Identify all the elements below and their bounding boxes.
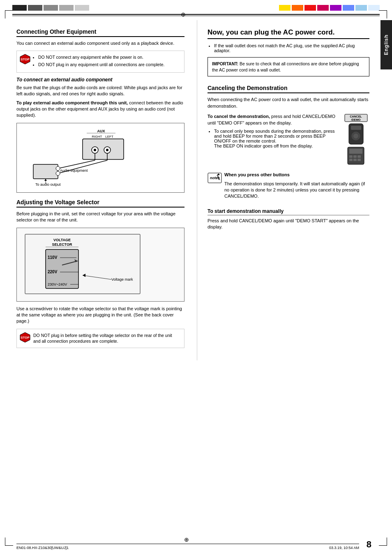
svg-text:STOP: STOP	[21, 58, 30, 61]
demo-bullet-1: To cancel only beep sounds during the de…	[214, 129, 339, 148]
section-title-demo: Canceling the Demonstration	[208, 85, 369, 93]
sub-title-connect-audio: To connect an external audio component	[16, 77, 184, 83]
connect-audio-bold: To play external audio component through…	[16, 100, 184, 119]
section-title-voltage: Adjusting the Voltage Selector	[16, 199, 184, 208]
crosshair-bottom: ⊕	[184, 536, 189, 543]
svg-point-10	[106, 149, 108, 151]
notes-section: notes When you press other buttons The d…	[208, 172, 369, 202]
section-title-connecting: Connecting Other Equipment	[16, 28, 184, 37]
svg-text:AUX: AUX	[97, 129, 105, 133]
left-column: Connecting Other Equipment You can conne…	[0, 20, 197, 360]
warning-list: DO NOT connect any equipment while the p…	[33, 54, 180, 67]
ac-bullets: If the wall outlet does not match the AC…	[208, 43, 369, 53]
stop-icon: STOP	[19, 53, 31, 65]
svg-rect-50	[353, 155, 357, 158]
section-title-ac: Now, you can plug the AC power cord.	[208, 28, 369, 39]
connect-audio-bold-text: To play external audio component through…	[16, 100, 128, 105]
english-tab: English	[380, 20, 392, 69]
warning-box-connecting: STOP DO NOT connect any equipment while …	[16, 51, 184, 72]
svg-line-13	[58, 160, 95, 168]
demo-instruction: To cancel the demonstration, press and h…	[208, 113, 339, 126]
voltage-para1: Use a screwdriver to rotate the voltage …	[16, 306, 184, 325]
svg-text:To audio output: To audio output	[35, 182, 61, 187]
svg-rect-51	[357, 155, 361, 158]
audio-diagram: AUX RIGHT LEFT	[16, 123, 184, 193]
svg-point-17	[56, 171, 60, 175]
reg-mark-tl	[5, 10, 13, 18]
important-box: IMPORTANT: Be sure to check that all con…	[208, 57, 369, 76]
svg-text:/DEMO: /DEMO	[351, 118, 361, 121]
svg-rect-53	[353, 159, 357, 161]
svg-rect-49	[349, 155, 353, 158]
demo-intro: When connecting the AC power cord to a w…	[208, 97, 369, 109]
voltage-warning-text: DO NOT plug in before setting the voltag…	[33, 333, 172, 344]
ac-bullet-1: If the wall outlet does not match the AC…	[214, 43, 369, 53]
footer-left: EN01-08.HX-Z10&30[UW&UJ]1	[16, 546, 69, 550]
svg-text:220V: 220V	[48, 270, 58, 274]
svg-rect-44	[351, 126, 361, 130]
stop-icon-voltage: STOP	[19, 332, 31, 343]
svg-text:STOP: STOP	[21, 336, 30, 339]
page-number: 8	[367, 539, 371, 550]
svg-text:Voltage mark: Voltage mark	[111, 277, 133, 281]
footer-right: 03.3.19, 10:54 AM	[329, 546, 359, 550]
svg-point-16	[56, 166, 60, 171]
demo-bold: To cancel the demonstration,	[208, 114, 270, 119]
reg-mark-tr	[379, 10, 387, 18]
svg-point-8	[94, 149, 96, 151]
crosshair-top: ⊕	[180, 12, 186, 17]
right-column: English Now, you can plug the AC power c…	[197, 20, 392, 360]
cancel-demo-device: CANCEL /DEMO	[343, 113, 369, 167]
notes-title: When you press other buttons	[224, 172, 369, 178]
svg-text:LEFT: LEFT	[105, 135, 113, 138]
svg-text:SELECTOR: SELECTOR	[52, 242, 72, 247]
warning-box-voltage: STOP DO NOT plug in before setting the v…	[16, 329, 184, 348]
connect-audio-para1: Be sure that the plugs of the audio cord…	[16, 85, 184, 97]
svg-text:230V~240V: 230V~240V	[48, 282, 67, 286]
connecting-intro: You can connect an external audio compon…	[16, 40, 184, 46]
svg-text:CANCEL: CANCEL	[350, 115, 362, 118]
svg-rect-6	[83, 139, 124, 159]
svg-rect-54	[357, 159, 361, 161]
svg-rect-15	[33, 164, 58, 179]
warning-item-1: DO NOT connect any equipment while the p…	[38, 54, 180, 60]
sub-title-demo-manual: To start demonstration manually	[208, 208, 369, 215]
svg-text:110V: 110V	[48, 255, 58, 260]
voltage-diagram: VOLTAGE SELECTOR 110V 220V 230V~240V	[16, 228, 184, 302]
svg-text:VOLTAGE: VOLTAGE	[53, 238, 71, 242]
reg-mark-br	[379, 538, 387, 546]
svg-point-46	[353, 134, 358, 138]
warning-item-2: DO NOT plug in any equipment until all c…	[38, 62, 180, 68]
notes-body: The demonstration stops temporarily. It …	[224, 181, 369, 200]
reg-mark-bl	[5, 538, 13, 546]
svg-rect-22	[25, 234, 140, 294]
top-bar-left	[12, 5, 89, 11]
svg-text:RIGHT: RIGHT	[92, 135, 102, 138]
demo-bullets: To cancel only beep sounds during the de…	[208, 129, 339, 148]
voltage-intro: Before plugging in the unit, set the cor…	[16, 211, 184, 224]
footer: EN01-08.HX-Z10&30[UW&UJ]1 03.3.19, 10:54…	[16, 544, 359, 550]
svg-text:Audio equipment: Audio equipment	[60, 168, 88, 173]
svg-rect-48	[349, 149, 362, 154]
top-bar-right	[279, 5, 380, 11]
important-label: IMPORTANT:	[212, 61, 238, 66]
demo-manual-body: Press and hold CANCEL/DEMO again until "…	[208, 218, 369, 231]
svg-rect-52	[349, 159, 353, 161]
